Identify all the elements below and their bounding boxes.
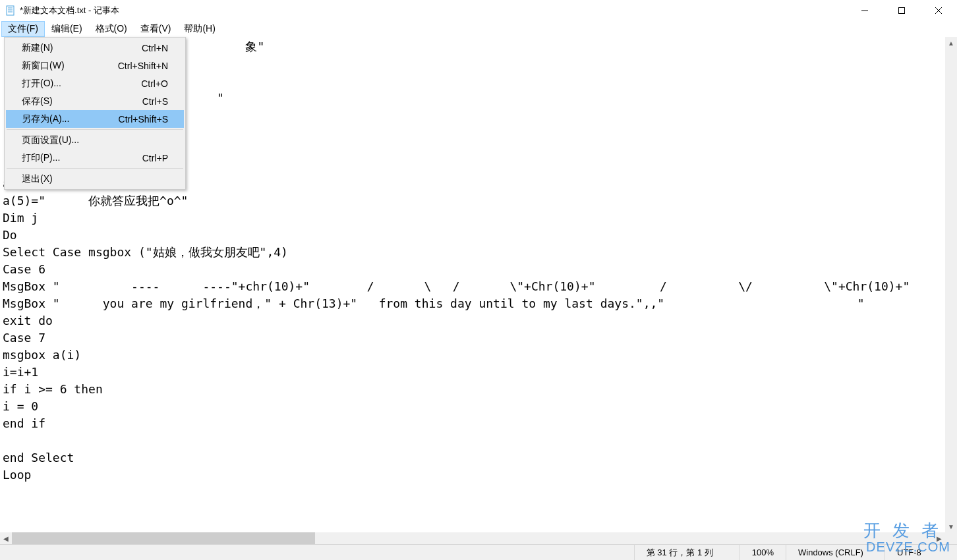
hscroll-thumb[interactable] bbox=[12, 532, 315, 544]
menu-new-window-shortcut: Ctrl+Shift+N bbox=[118, 61, 168, 71]
window-title: *新建文本文档.txt - 记事本 bbox=[20, 5, 846, 16]
scroll-down-icon[interactable]: ▼ bbox=[945, 520, 957, 532]
svg-rect-5 bbox=[899, 8, 905, 14]
menu-new-shortcut: Ctrl+N bbox=[142, 43, 168, 53]
scroll-corner bbox=[945, 532, 957, 544]
hscroll-track[interactable] bbox=[12, 532, 933, 544]
scroll-left-icon[interactable]: ◀ bbox=[0, 532, 12, 544]
menubar: 文件(F) 编辑(E) 格式(O) 查看(V) 帮助(H) bbox=[0, 21, 957, 37]
menu-separator bbox=[7, 129, 183, 130]
menu-file[interactable]: 文件(F) bbox=[1, 21, 45, 37]
menu-save-as-shortcut: Ctrl+Shift+S bbox=[119, 114, 168, 125]
menu-separator bbox=[7, 168, 183, 169]
menu-save-shortcut: Ctrl+S bbox=[142, 96, 168, 107]
menu-open-shortcut: Ctrl+O bbox=[141, 78, 168, 89]
statusbar: 第 31 行，第 1 列 100% Windows (CRLF) UTF-8 bbox=[0, 544, 957, 560]
status-encoding: UTF-8 bbox=[884, 545, 957, 560]
maximize-button[interactable] bbox=[883, 0, 920, 21]
scroll-right-icon[interactable]: ▶ bbox=[933, 532, 945, 544]
svg-rect-0 bbox=[7, 6, 14, 15]
menu-exit[interactable]: 退出(X) bbox=[6, 170, 184, 188]
menu-help[interactable]: 帮助(H) bbox=[177, 21, 221, 37]
status-position: 第 31 行，第 1 列 bbox=[634, 545, 740, 560]
app-icon bbox=[5, 5, 16, 16]
menu-new-window[interactable]: 新窗口(W) Ctrl+Shift+N bbox=[6, 57, 184, 74]
menu-print-shortcut: Ctrl+P bbox=[142, 153, 168, 163]
titlebar: *新建文本文档.txt - 记事本 bbox=[0, 0, 957, 21]
menu-print[interactable]: 打印(P)... Ctrl+P bbox=[6, 149, 184, 167]
close-button[interactable] bbox=[920, 0, 957, 21]
menu-open-label: 打开(O)... bbox=[22, 78, 61, 90]
menu-page-setup[interactable]: 页面设置(U)... bbox=[6, 131, 184, 149]
menu-format[interactable]: 格式(O) bbox=[89, 21, 134, 37]
menu-save-label: 保存(S) bbox=[22, 96, 53, 107]
menu-print-label: 打印(P)... bbox=[22, 152, 60, 164]
menu-new[interactable]: 新建(N) Ctrl+N bbox=[6, 39, 184, 57]
window-controls bbox=[846, 0, 957, 21]
minimize-button[interactable] bbox=[846, 0, 883, 21]
menu-new-window-label: 新窗口(W) bbox=[22, 60, 65, 72]
menu-page-setup-label: 页面设置(U)... bbox=[22, 134, 79, 146]
vertical-scrollbar[interactable]: ▲ ▼ bbox=[945, 37, 957, 532]
menu-save-as-label: 另存为(A)... bbox=[22, 113, 69, 125]
menu-exit-label: 退出(X) bbox=[22, 173, 53, 185]
status-zoom: 100% bbox=[740, 545, 786, 560]
status-line-ending: Windows (CRLF) bbox=[786, 545, 884, 560]
menu-new-label: 新建(N) bbox=[22, 42, 53, 54]
menu-save[interactable]: 保存(S) Ctrl+S bbox=[6, 92, 184, 110]
menu-save-as[interactable]: 另存为(A)... Ctrl+Shift+S bbox=[6, 110, 184, 128]
menu-open[interactable]: 打开(O)... Ctrl+O bbox=[6, 74, 184, 92]
menu-edit[interactable]: 编辑(E) bbox=[45, 21, 89, 37]
file-menu-dropdown: 新建(N) Ctrl+N 新窗口(W) Ctrl+Shift+N 打开(O)..… bbox=[4, 37, 186, 190]
menu-view[interactable]: 查看(V) bbox=[134, 21, 178, 37]
horizontal-scrollbar[interactable]: ◀ ▶ bbox=[0, 532, 945, 544]
scroll-up-icon[interactable]: ▲ bbox=[945, 37, 957, 49]
